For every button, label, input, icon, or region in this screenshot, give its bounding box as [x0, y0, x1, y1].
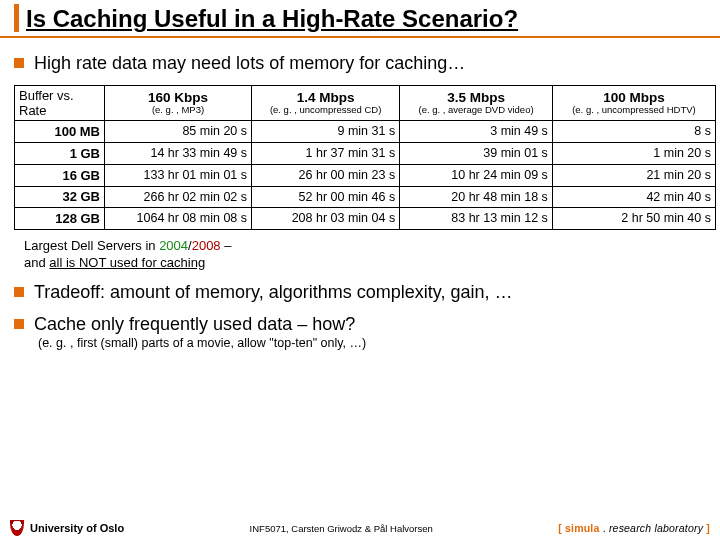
cell: 21 min 20 s	[552, 164, 715, 186]
row-label: 100 MB	[15, 120, 105, 142]
bullet-text: Cache only frequently used data – how?	[34, 313, 355, 336]
title-bar: Is Caching Useful in a High-Rate Scenari…	[0, 0, 720, 38]
table-row: 128 GB 1064 hr 08 min 08 s 208 hr 03 min…	[15, 208, 716, 230]
note-pre: Largest Dell Servers in	[24, 238, 159, 253]
row-label: 128 GB	[15, 208, 105, 230]
bullet-3-sub: (e. g. , first (small) parts of a movie,…	[38, 336, 710, 350]
dell-server-note: Largest Dell Servers in 2004/2008 – and …	[24, 238, 710, 271]
cell: 9 min 31 s	[252, 120, 400, 142]
cell: 10 hr 24 min 09 s	[400, 164, 553, 186]
col-example: (e. g. , uncompressed CD)	[256, 105, 395, 115]
footer-left: University of Oslo	[10, 520, 124, 536]
cell: 1 hr 37 min 31 s	[252, 142, 400, 164]
note-year-2004: 2004	[159, 238, 188, 253]
body: High rate data may need lots of memory f…	[0, 38, 720, 349]
slide-title: Is Caching Useful in a High-Rate Scenari…	[26, 6, 720, 32]
cell: 14 hr 33 min 49 s	[105, 142, 252, 164]
footer-course: INF5071, Carsten Griwodz & Pål Halvorsen	[250, 523, 433, 534]
table-row: 1 GB 14 hr 33 min 49 s 1 hr 37 min 31 s …	[15, 142, 716, 164]
col-160kbps: 160 Kbps (e. g. , MP3)	[105, 85, 252, 120]
table-header-row: Buffer vs. Rate 160 Kbps (e. g. , MP3) 1…	[15, 85, 716, 120]
dot: .	[600, 522, 609, 534]
col-100mbps: 100 Mbps (e. g. , uncompressed HDTV)	[552, 85, 715, 120]
col-rate: 100 Mbps	[557, 90, 711, 105]
bullet-text: High rate data may need lots of memory f…	[34, 52, 465, 75]
cell: 266 hr 02 min 02 s	[105, 186, 252, 208]
bullet-2: Tradeoff: amount of memory, algorithms c…	[14, 281, 710, 304]
cell: 1064 hr 08 min 08 s	[105, 208, 252, 230]
cell: 8 s	[552, 120, 715, 142]
cell: 26 hr 00 min 23 s	[252, 164, 400, 186]
cell: 42 min 40 s	[552, 186, 715, 208]
row-label: 1 GB	[15, 142, 105, 164]
table-corner: Buffer vs. Rate	[15, 85, 105, 120]
simula-word: simula	[565, 522, 599, 534]
note-dash: –	[221, 238, 232, 253]
bullet-3: Cache only frequently used data – how?	[14, 313, 710, 336]
table-row: 100 MB 85 min 20 s 9 min 31 s 3 min 49 s…	[15, 120, 716, 142]
col-1-4mbps: 1.4 Mbps (e. g. , uncompressed CD)	[252, 85, 400, 120]
col-example: (e. g. , average DVD video)	[404, 105, 548, 115]
col-example: (e. g. , uncompressed HDTV)	[557, 105, 711, 115]
col-3-5mbps: 3.5 Mbps (e. g. , average DVD video)	[400, 85, 553, 120]
buffer-rate-table: Buffer vs. Rate 160 Kbps (e. g. , MP3) 1…	[14, 85, 716, 230]
cell: 3 min 49 s	[400, 120, 553, 142]
slide: Is Caching Useful in a High-Rate Scenari…	[0, 0, 720, 540]
footer-simula: [ simula . research laboratory ]	[558, 522, 710, 534]
col-example: (e. g. , MP3)	[109, 105, 247, 115]
cell: 52 hr 00 min 46 s	[252, 186, 400, 208]
cell: 85 min 20 s	[105, 120, 252, 142]
cell: 2 hr 50 min 40 s	[552, 208, 715, 230]
research-lab: research laboratory	[609, 522, 703, 534]
footer-uio: University of Oslo	[30, 522, 124, 534]
col-rate: 3.5 Mbps	[404, 90, 548, 105]
cell: 20 hr 48 min 18 s	[400, 186, 553, 208]
footer: University of Oslo INF5071, Carsten Griw…	[0, 520, 720, 536]
note-year-2008: 2008	[192, 238, 221, 253]
bracket-close: ]	[703, 522, 710, 534]
note-and: and	[24, 255, 49, 270]
bullet-icon	[14, 287, 24, 297]
cell: 133 hr 01 min 01 s	[105, 164, 252, 186]
table-row: 16 GB 133 hr 01 min 01 s 26 hr 00 min 23…	[15, 164, 716, 186]
bullet-icon	[14, 319, 24, 329]
bullet-icon	[14, 58, 24, 68]
row-label: 16 GB	[15, 164, 105, 186]
col-rate: 1.4 Mbps	[256, 90, 395, 105]
cell: 39 min 01 s	[400, 142, 553, 164]
row-label: 32 GB	[15, 186, 105, 208]
cell: 208 hr 03 min 04 s	[252, 208, 400, 230]
table-row: 32 GB 266 hr 02 min 02 s 52 hr 00 min 46…	[15, 186, 716, 208]
note-underlined: all is NOT used for caching	[49, 255, 205, 270]
cell: 83 hr 13 min 12 s	[400, 208, 553, 230]
col-rate: 160 Kbps	[109, 90, 247, 105]
bullet-1: High rate data may need lots of memory f…	[14, 52, 710, 75]
uio-shield-icon	[10, 520, 24, 536]
bullet-text: Tradeoff: amount of memory, algorithms c…	[34, 281, 513, 304]
cell: 1 min 20 s	[552, 142, 715, 164]
